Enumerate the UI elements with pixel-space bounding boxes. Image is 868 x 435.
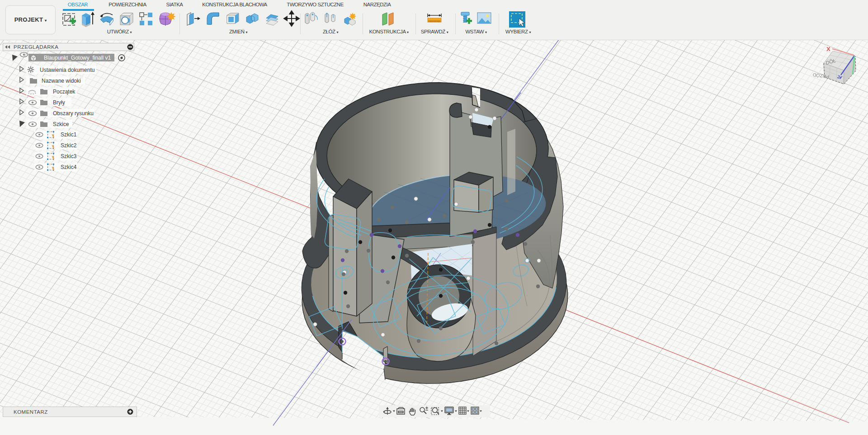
svg-text:PRZEGLĄDARKA: PRZEGLĄDARKA [14, 44, 58, 50]
svg-text:Szkic4: Szkic4 [61, 164, 77, 170]
svg-text:Szkic3: Szkic3 [61, 153, 77, 159]
svg-text:X: X [826, 46, 830, 52]
svg-text:Nazwane widoki: Nazwane widoki [42, 78, 81, 84]
svg-text:Obszary rysunku: Obszary rysunku [53, 110, 94, 117]
svg-text:Szkic2: Szkic2 [61, 142, 77, 149]
svg-text:Bryły: Bryły [53, 99, 65, 106]
svg-text:KOMENTARZ: KOMENTARZ [14, 409, 48, 415]
svg-text:Ustawienia dokumentu: Ustawienia dokumentu [40, 67, 94, 73]
svg-text:Szkice: Szkice [53, 121, 69, 127]
svg-text:Szkic1: Szkic1 [61, 131, 77, 138]
svg-text:Początek: Początek [53, 89, 75, 95]
svg-text:Blaupunkt_Gotowy_finall v1: Blaupunkt_Gotowy_finall v1 [44, 55, 111, 61]
